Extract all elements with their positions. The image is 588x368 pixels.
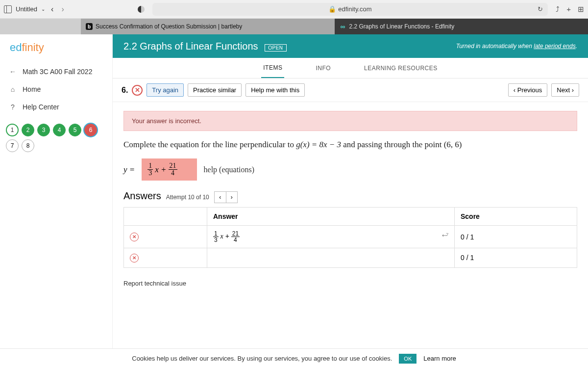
back-arrow-icon: ← [9, 68, 17, 76]
next-button[interactable]: Next › [551, 83, 579, 97]
assignment-title: 2.2 Graphs of Linear Functions [123, 41, 258, 52]
cookie-banner: Cookies help us deliver our services. By… [0, 348, 588, 368]
table-row: ✕ 0 / 1 [124, 248, 577, 268]
sidebar: edfinity ← Math 3C A00 Fall 2022 ⌂ Home … [0, 34, 113, 368]
favicon: b [86, 23, 93, 30]
window-tab-title[interactable]: Untitled [16, 5, 37, 13]
help-icon: ? [9, 103, 17, 111]
question-bubble[interactable]: 7 [6, 139, 19, 152]
try-again-button[interactable]: Try again [147, 83, 184, 97]
sidebar-item-label: Math 3C A00 Fall 2022 [23, 68, 92, 76]
tab-learning-resources[interactable]: LEARNING RESOURCES [362, 59, 440, 78]
browser-toolbar: Untitled ⌄ ‹ › 🔒 edfinity.com ↻ ⤴ + ⊞ [0, 0, 588, 19]
answer-cell: 13 x + 214 ⮐ [207, 226, 455, 248]
incorrect-icon: ✕ [130, 254, 139, 263]
attempt-prev-button[interactable]: ‹ [214, 191, 226, 203]
favicon: ∞ [340, 23, 346, 30]
tabs-overview-icon[interactable]: ⊞ [578, 5, 584, 14]
logo[interactable]: edfinity [0, 34, 112, 61]
question-nav: 1 2 3 4 5 6 7 8 [0, 118, 112, 158]
sidebar-toggle-icon[interactable] [4, 5, 12, 13]
share-icon[interactable]: ⤴ [556, 5, 560, 14]
incorrect-icon: ✕ [132, 85, 143, 96]
tab-info[interactable]: INFO [314, 59, 333, 78]
answers-heading: Answers [123, 190, 161, 202]
cookie-ok-button[interactable]: OK [399, 354, 416, 364]
attempt-label: Attempt 10 of 10 [166, 194, 209, 201]
open-badge: OPEN [265, 44, 286, 52]
col-answer: Answer [207, 208, 455, 226]
practice-similar-button[interactable]: Practice similar [188, 83, 242, 97]
assignment-header: 2.2 Graphs of Linear Functions OPEN Turn… [113, 34, 588, 58]
tab-label: 2.2 Graphs of Linear Functions - Edfinit… [349, 23, 455, 30]
incorrect-alert: Your answer is incorrect. [123, 111, 577, 131]
help-me-button[interactable]: Help me with this [245, 83, 305, 97]
equation-row: y = 13 x + 214 help (equations) [123, 158, 577, 181]
home-icon: ⌂ [9, 85, 17, 93]
browser-tab[interactable]: ∞ 2.2 Graphs of Linear Functions - Edfin… [335, 19, 588, 34]
score-cell: 0 / 1 [455, 248, 577, 268]
score-cell: 0 / 1 [455, 226, 577, 248]
sidebar-item-label: Home [23, 85, 41, 93]
col-score: Score [455, 208, 577, 226]
previous-button[interactable]: ‹ Previous [508, 83, 548, 97]
sub-nav: ITEMS INFO LEARNING RESOURCES [113, 58, 588, 79]
question-bubble-current[interactable]: 6 [84, 124, 97, 136]
tab-label: Success Confirmation of Question Submiss… [96, 23, 242, 30]
question-bubble[interactable]: 5 [69, 124, 81, 136]
sidebar-item-help[interactable]: ? Help Center [0, 98, 112, 116]
question-toolbar: 6. ✕ Try again Practice similar Help me … [113, 79, 588, 102]
reload-icon[interactable]: ↻ [538, 5, 543, 13]
url-bar[interactable]: 🔒 edfinity.com ↻ [152, 3, 548, 16]
question-bubble[interactable]: 3 [37, 124, 50, 136]
browser-tab-strip: b Success Confirmation of Question Submi… [0, 19, 588, 34]
turned-in-note: Turned in automatically when late period… [456, 43, 577, 50]
nav-forward: › [59, 5, 66, 14]
sidebar-item-label: Help Center [23, 103, 59, 111]
new-tab-icon[interactable]: + [566, 5, 571, 14]
help-equations-link[interactable]: help (equations) [204, 165, 255, 174]
late-period-link[interactable]: late period ends [534, 43, 575, 50]
question-prompt: Complete the equation for the line perpe… [123, 140, 577, 150]
question-number: 6. [122, 86, 128, 95]
answers-table: Answer Score ✕ 13 x + 214 ⮐ 0 / 1 [123, 207, 577, 268]
answer-cell [207, 248, 455, 268]
question-bubble[interactable]: 8 [22, 139, 34, 152]
report-technical-issue-link[interactable]: Report technical issue [113, 273, 588, 294]
sidebar-item-home[interactable]: ⌂ Home [0, 80, 112, 98]
cookie-learn-more-link[interactable]: Learn more [423, 355, 456, 362]
browser-tab[interactable]: b Success Confirmation of Question Submi… [81, 19, 335, 34]
tracking-shield-icon[interactable] [138, 6, 145, 13]
table-row: ✕ 13 x + 214 ⮐ 0 / 1 [124, 226, 577, 248]
url-text: edfinity.com [338, 5, 371, 13]
incorrect-icon: ✕ [130, 233, 139, 241]
question-bubble[interactable]: 2 [22, 124, 34, 136]
equation-lhs: y = [123, 165, 135, 174]
question-bubble[interactable]: 4 [53, 124, 66, 136]
attempt-next-button[interactable]: › [226, 191, 238, 203]
answer-input[interactable]: 13 x + 214 [142, 158, 196, 181]
question-bubble[interactable]: 1 [6, 124, 19, 136]
lock-icon: 🔒 [328, 5, 336, 13]
chevron-down-icon[interactable]: ⌄ [41, 6, 45, 12]
cookie-text: Cookies help us deliver our services. By… [132, 355, 392, 362]
tag-icon[interactable]: ⮐ [441, 231, 448, 238]
sidebar-item-course[interactable]: ← Math 3C A00 Fall 2022 [0, 63, 112, 80]
tab-items[interactable]: ITEMS [261, 58, 284, 78]
nav-back[interactable]: ‹ [49, 5, 55, 14]
